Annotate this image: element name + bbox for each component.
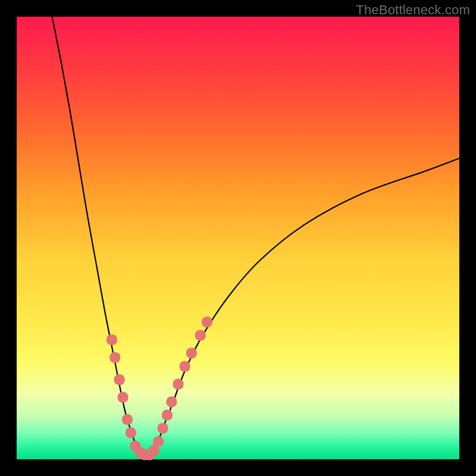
curve-marker [173, 379, 184, 390]
curve-marker [109, 352, 120, 363]
chart-frame: TheBottleneck.com [0, 0, 476, 476]
chart-svg [17, 17, 459, 459]
curve-marker [114, 374, 125, 385]
curve-markers [107, 317, 212, 460]
curve-marker [118, 392, 129, 403]
curve-marker [153, 436, 164, 447]
curve-marker [180, 361, 190, 372]
curve-marker [162, 410, 173, 421]
curve-marker [122, 414, 133, 425]
bottleneck-curve [52, 17, 459, 455]
curve-marker [195, 330, 206, 341]
curve-marker [126, 427, 136, 438]
curve-marker [107, 334, 117, 345]
curve-marker [158, 423, 168, 434]
chart-plot-area [17, 17, 459, 459]
watermark-text: TheBottleneck.com [356, 2, 470, 18]
curve-marker [166, 396, 177, 407]
curve-marker [202, 317, 212, 327]
curve-marker [186, 347, 197, 358]
